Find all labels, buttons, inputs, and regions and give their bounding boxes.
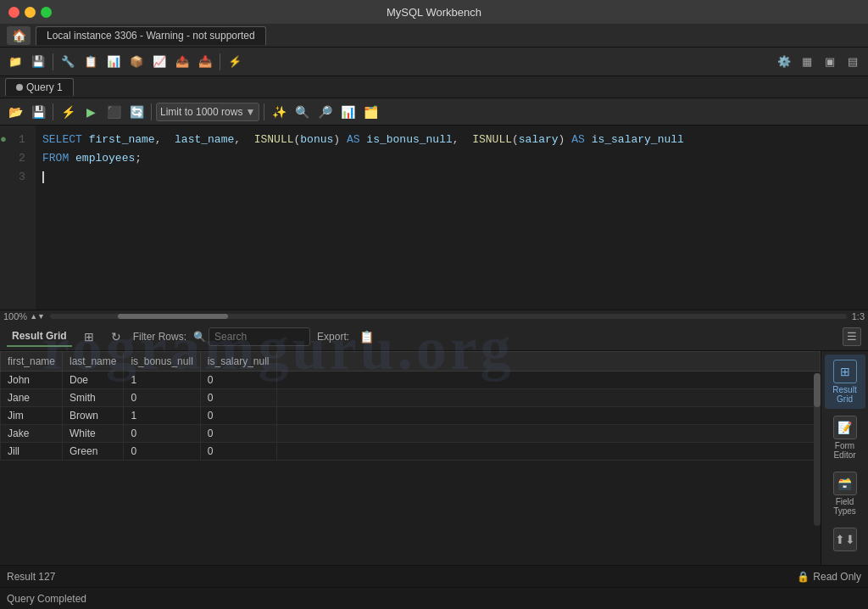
minimize-button[interactable] [25, 7, 36, 18]
right-sidebar: ⊞ Result Grid 📝 Form Editor 🗃️ Field Typ… [821, 351, 868, 572]
result-grid-label: Result Grid [12, 330, 67, 342]
statusbar: Result 127 🔒 Read Only [0, 565, 868, 587]
schema-inspector-icon[interactable]: 📋 [81, 52, 101, 72]
results-right: ☰ [843, 327, 861, 346]
connection-tab[interactable]: Local instance 3306 - Warning - not supp… [36, 26, 266, 45]
schema-icon[interactable]: 🗂️ [360, 102, 381, 122]
sidebar-result-grid-label: Result Grid [828, 385, 862, 404]
line-numbers: ● 1 2 3 [0, 126, 36, 310]
run-icon[interactable]: ▶ [81, 102, 101, 122]
search-icon[interactable]: 🔍 [292, 102, 312, 122]
results-table: first_name last_name is_bonus_null is_sa… [0, 351, 821, 461]
explain-icon[interactable]: 📊 [337, 102, 358, 122]
col-last-name: last_name [63, 352, 124, 372]
table-row[interactable]: JaneSmith00 [1, 389, 821, 407]
export-label: Export: [317, 331, 349, 343]
table-cell: 0 [200, 389, 276, 407]
save-file-icon[interactable]: 💾 [28, 102, 48, 122]
horizontal-scrollbar[interactable] [50, 314, 847, 319]
table-header-row: first_name last_name is_bonus_null is_sa… [1, 352, 821, 372]
grid-view-icon[interactable]: ⊞ [79, 327, 99, 347]
filter-container: 🔍 [193, 327, 310, 346]
maximize-button[interactable] [41, 7, 52, 18]
export-button[interactable]: 📋 [356, 327, 376, 347]
search-icon: 🔍 [193, 331, 206, 343]
form-editor-icon: 📝 [833, 416, 857, 439]
sql-toolbar: 📂 💾 ⚡ ▶ ⬛ 🔄 Limit to 1000 rows ▼ ✨ 🔍 🔎 📊… [0, 98, 868, 126]
col-is-bonus-null: is_bonus_null [124, 352, 200, 372]
layout3-icon[interactable]: ▤ [843, 52, 863, 72]
refresh-icon[interactable]: 🔄 [126, 102, 147, 122]
zoom-stepper-icon[interactable]: ▲▼ [30, 312, 45, 321]
stop-icon[interactable]: ⬛ [103, 102, 124, 122]
results-area: first_name last_name is_bonus_null is_sa… [0, 351, 821, 572]
filter-input[interactable] [209, 327, 310, 346]
table-cell: 0 [124, 425, 200, 443]
query-completed-label: Query Completed [7, 593, 86, 605]
table-cell: 1 [124, 372, 200, 389]
table-row[interactable]: JakeWhite00 [1, 425, 821, 443]
table-cell: Brown [63, 407, 124, 425]
query-stats-icon: ⬆⬇ [833, 528, 857, 551]
filter-label: Filter Rows: [133, 331, 186, 343]
connection-tabbar: 🏠 Local instance 3306 - Warning - not su… [0, 24, 868, 47]
manage-connections-icon[interactable]: 🔧 [58, 52, 78, 72]
scroll-thumb [118, 314, 228, 319]
vertical-scrollbar[interactable] [814, 373, 821, 526]
col-is-salary-null: is_salary_null [200, 352, 276, 372]
open-folder-icon[interactable]: 📁 [5, 52, 25, 72]
export-icon[interactable]: 📤 [172, 52, 192, 72]
main-content: first_name last_name is_bonus_null is_sa… [0, 351, 868, 572]
query-tab-label: Query 1 [26, 81, 63, 93]
bottombar: Query Completed [0, 587, 868, 609]
lock-icon: 🔒 [797, 571, 810, 583]
table-cell-empty [276, 407, 821, 425]
table-cell: 0 [124, 389, 200, 407]
sql-toolbar-sep-3 [264, 103, 264, 120]
refresh-results-icon[interactable]: ↻ [106, 327, 126, 347]
sidebar-query-stats[interactable]: ⬆⬇ [825, 522, 865, 556]
result-grid-tab[interactable]: Result Grid [7, 327, 72, 347]
close-button[interactable] [8, 7, 19, 18]
table-cell: Jill [1, 443, 63, 461]
table-row[interactable]: JimBrown10 [1, 407, 821, 425]
table-data-icon[interactable]: 📦 [126, 52, 147, 72]
table-inspector-icon[interactable]: 📊 [103, 52, 124, 72]
app-title: MySQL Workbench [387, 6, 481, 19]
table-cell: 0 [200, 372, 276, 389]
sql-toolbar-sep-2 [151, 103, 152, 120]
sidebar-form-editor-label: Form Editor [828, 441, 862, 460]
open-file-icon[interactable]: 📂 [5, 102, 25, 122]
chevron-down-icon: ▼ [245, 106, 255, 118]
import-icon[interactable]: 📥 [195, 52, 215, 72]
sidebar-form-editor[interactable]: 📝 Form Editor [825, 411, 865, 465]
table-row[interactable]: JohnDoe10 [1, 372, 821, 389]
add-row-button[interactable]: ☰ [843, 327, 861, 346]
inspect-icon[interactable]: 🔎 [314, 102, 335, 122]
query-stats-icon[interactable]: 📈 [149, 52, 170, 72]
table-cell-empty [276, 372, 821, 389]
zoom-value: 100% [3, 311, 27, 321]
scrollbar-area: 100% ▲▼ 1:3 [0, 310, 868, 322]
run-all-icon[interactable]: ⚡ [58, 102, 78, 122]
beautify-icon[interactable]: ✨ [269, 102, 289, 122]
table-cell-empty [276, 443, 821, 461]
layout1-icon[interactable]: ▦ [797, 52, 817, 72]
sidebar-result-grid[interactable]: ⊞ Result Grid [825, 355, 865, 409]
settings-icon[interactable]: ⚙️ [774, 52, 794, 72]
table-row[interactable]: JillGreen00 [1, 443, 821, 461]
home-button[interactable]: 🏠 [7, 26, 31, 45]
table-cell: Green [63, 443, 124, 461]
limit-dropdown[interactable]: Limit to 1000 rows ▼ [156, 103, 259, 121]
sidebar-field-types[interactable]: 🗃️ Field Types [825, 467, 865, 521]
zoom-control[interactable]: 100% ▲▼ [3, 311, 45, 321]
performance-icon[interactable]: ⚡ [225, 52, 245, 72]
query-tabbar: Query 1 [0, 76, 868, 98]
connection-tab-label: Local instance 3306 - Warning - not supp… [47, 30, 255, 42]
results-tbody: JohnDoe10JaneSmith00JimBrown10JakeWhite0… [1, 372, 821, 461]
save-icon[interactable]: 💾 [28, 52, 48, 72]
col-first-name: first_name [1, 352, 63, 372]
layout2-icon[interactable]: ▣ [820, 52, 840, 72]
sql-code-area[interactable]: SELECT first_name, last_name, ISNULL(bon… [36, 126, 868, 310]
query-tab[interactable]: Query 1 [5, 78, 74, 96]
